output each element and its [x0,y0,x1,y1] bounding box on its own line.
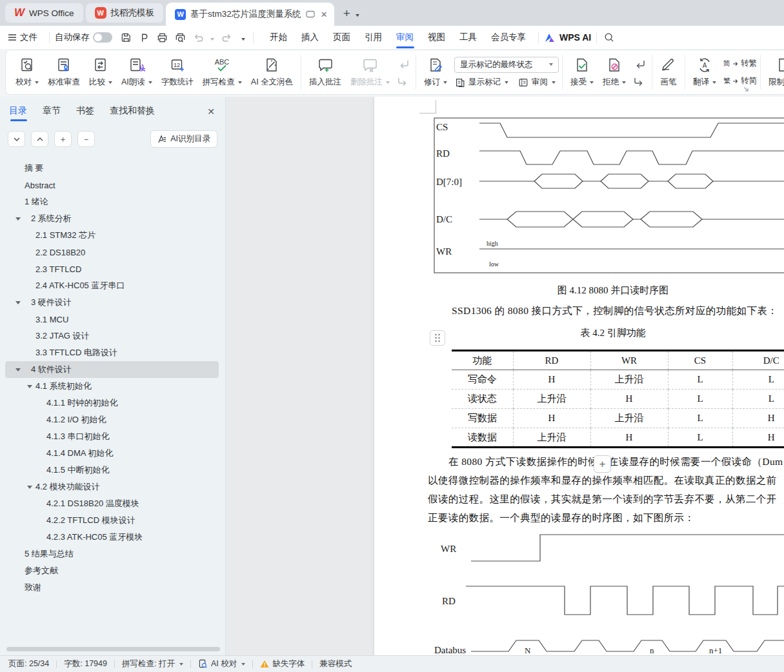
table-cell[interactable]: H [590,390,668,409]
word-count-button[interactable]: 12 字数统计 [157,55,198,90]
ai-polish-button[interactable]: AI 全文润色 [246,55,297,90]
table-cell[interactable]: L [668,370,732,390]
word-count-indicator[interactable]: 字数: 17949 [64,658,107,669]
restrict-editing-button[interactable]: 限制编辑 [764,55,784,90]
close-sidebar-icon[interactable]: ✕ [207,106,215,121]
table-cell[interactable]: H [732,428,784,448]
expand-arrow-icon[interactable] [15,301,21,304]
sidebar-tab-0[interactable]: 目录 [9,105,27,121]
undo-history-chevron-icon[interactable] [209,33,214,43]
toc-item[interactable]: 4.1.2 I/O 初始化 [5,411,219,428]
table-cell[interactable]: H [590,428,668,448]
spellcheck-status[interactable]: 拼写检查: 打开 [122,658,183,669]
toc-item[interactable]: 4.2 模块功能设计 [5,479,219,495]
document-page[interactable]: CS RD D[7:0] D/C WR high low 图 4.12 8080… [374,97,784,655]
pin-function-table[interactable]: 功能RDWRCSD/C 写命令H上升沿LL读状态上升沿HLL写数据H上升沿LH读… [452,350,784,448]
session-window-icon[interactable] [306,10,315,18]
page-indicator[interactable]: 页面: 25/34 [8,658,49,669]
sidebar-tab-1[interactable]: 章节 [43,105,61,121]
table-cell[interactable]: 上升沿 [590,370,668,390]
ai-recognize-toc-button[interactable]: AI识别目录 [150,130,217,148]
toc-item[interactable]: 致谢 [5,579,219,596]
toc-item[interactable]: 1 绪论 [5,193,219,210]
table-cell[interactable]: 上升沿 [513,428,590,448]
table-cell[interactable]: H [513,409,590,428]
sidebar-tab-2[interactable]: 书签 [76,105,94,121]
table-cell[interactable]: 上升沿 [590,409,668,428]
table-cell[interactable]: 写命令 [452,370,513,390]
print-preview-icon[interactable] [173,30,187,44]
table-cell[interactable]: 写数据 [452,409,513,428]
table-cell[interactable]: 读状态 [452,390,513,409]
new-tab-button[interactable]: + [343,6,350,21]
export-pdf-icon[interactable] [137,30,151,44]
tab-docer-templates[interactable]: W 找稻壳模板 [86,3,164,23]
toc-item[interactable]: 2.1 STM32 芯片 [5,227,219,244]
table-insert-row-button[interactable]: + [594,455,611,473]
toc-zoom-out-button[interactable]: － [77,131,95,147]
previous-comment-icon[interactable] [397,58,410,69]
menu-tab-5[interactable]: 视图 [428,26,445,49]
translate-button[interactable]: A 翻译 [689,55,721,90]
save-icon[interactable] [119,30,133,44]
toc-item[interactable]: 4.1.3 串口初始化 [5,428,219,445]
to-simplified-button[interactable]: 繁 转简 [723,75,757,86]
expand-arrow-icon[interactable] [15,368,21,371]
close-tab-icon[interactable]: ✕ [321,10,328,19]
ink-brush-button[interactable]: 画笔 [656,55,681,90]
autosave-control[interactable]: 自动保存 [55,32,112,43]
expand-arrow-icon[interactable] [27,486,32,489]
review-pane-button[interactable]: 审阅 [518,77,556,88]
toc-item[interactable]: 3.1 MCU [5,311,219,328]
undo-icon[interactable] [191,30,205,44]
expand-arrow-icon[interactable] [15,217,21,221]
ribbon-expand-icon[interactable] [743,86,749,92]
toc-item[interactable]: 3.3 TFTLCD 电路设计 [5,344,219,361]
toc-item[interactable]: 4.1 系统初始化 [5,378,219,395]
search-icon[interactable] [602,30,616,44]
delete-comment-button[interactable]: 删除批注 [346,55,394,90]
show-markup-button[interactable]: 显示标记 [454,77,508,88]
toc-item[interactable]: 3 硬件设计 [5,294,219,311]
table-cell[interactable]: 上升沿 [513,390,590,409]
toc-item[interactable]: 2.3 TFTLCD [5,261,219,277]
toc-item[interactable]: Abstract [5,177,219,193]
toc-item[interactable]: 4.1.1 时钟的初始化 [5,395,219,411]
track-changes-button[interactable]: 修订 [419,55,452,90]
next-comment-icon[interactable] [397,75,410,86]
markup-state-dropdown[interactable]: 显示标记的最终状态 [454,57,559,73]
toc-item[interactable]: 4.1.4 DMA 初始化 [5,445,219,462]
toc-item[interactable]: 5 结果与总结 [5,546,219,562]
toc-item[interactable]: 摘 要 [5,160,219,177]
menu-tab-2[interactable]: 页面 [333,26,350,49]
wps-ai-button[interactable]: WPS AI [544,32,591,43]
file-menu[interactable]: 文件 [8,32,37,43]
standard-review-button[interactable]: 标准审查 [43,55,85,90]
menu-tab-4[interactable]: 审阅 [396,26,414,49]
toc-collapse-all-button[interactable] [31,131,48,147]
menu-tab-0[interactable]: 开始 [270,26,287,49]
toc-item[interactable]: 2.2 DS18B20 [5,244,219,261]
next-change-icon[interactable] [633,75,646,86]
toc-item[interactable]: 4.2.2 TFTLCD 模块设计 [5,512,219,529]
ai-proofread-status[interactable]: AI 校对 [198,658,245,669]
toc-item[interactable]: 3.2 JTAG 设计 [5,328,219,344]
table-cell[interactable]: H [732,409,784,428]
redo-icon[interactable] [219,30,234,44]
sidebar-tab-3[interactable]: 查找和替换 [110,105,155,121]
table-cell[interactable]: H [513,370,590,390]
autosave-toggle[interactable] [93,32,112,43]
toc-item[interactable]: 4.1.5 中断初始化 [5,462,219,479]
table-cell[interactable]: L [732,390,784,409]
menu-tab-1[interactable]: 插入 [301,26,319,49]
compatibility-mode-badge[interactable]: 兼容模式 [319,658,352,669]
toc-item[interactable]: 4 软件设计 [5,361,219,378]
reject-change-button[interactable]: 拒绝 [598,55,630,90]
toc-zoom-in-button[interactable]: ＋ [54,131,72,147]
spell-check-button[interactable]: ABC 拼写检查 [198,55,246,90]
menu-tab-3[interactable]: 引用 [365,26,382,49]
toc-expand-all-button[interactable] [8,131,25,147]
tab-wps-office[interactable]: W WPS Office [5,3,83,23]
ai-read-aloud-button[interactable]: AI朗读 [117,55,157,90]
proofread-button[interactable]: 校对 [11,55,43,90]
